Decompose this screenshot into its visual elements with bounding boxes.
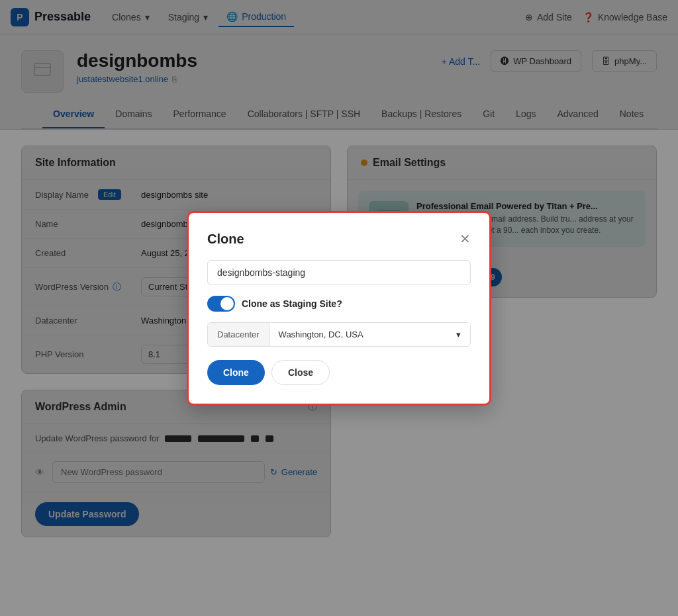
modal-header: Clone ✕ (207, 232, 471, 247)
datacenter-value: Washington, DC, USA (279, 330, 363, 339)
modal-close-button[interactable]: ✕ (460, 232, 471, 245)
toggle-thumb (220, 297, 234, 310)
clone-button[interactable]: Clone (207, 360, 265, 385)
clone-label: Clone (223, 367, 249, 378)
close-label: Close (288, 367, 313, 378)
datacenter-chevron-icon: ▾ (456, 330, 461, 339)
staging-toggle[interactable] (207, 296, 235, 312)
datacenter-row: Datacenter Washington, DC, USA ▾ (207, 322, 471, 347)
datacenter-field-label: Datacenter (208, 323, 269, 346)
modal-overlay[interactable]: Clone ✕ Clone as Staging Site? Datacente… (0, 0, 678, 569)
clone-modal: Clone ✕ Clone as Staging Site? Datacente… (187, 211, 491, 406)
clone-name-input[interactable] (207, 260, 471, 285)
datacenter-select[interactable]: Washington, DC, USA ▾ (269, 323, 470, 346)
close-button[interactable]: Close (271, 360, 330, 385)
modal-actions: Clone Close (207, 360, 471, 385)
toggle-label: Clone as Staging Site? (242, 298, 342, 309)
modal-toggle-row: Clone as Staging Site? (207, 296, 471, 312)
modal-title: Clone (207, 232, 244, 247)
